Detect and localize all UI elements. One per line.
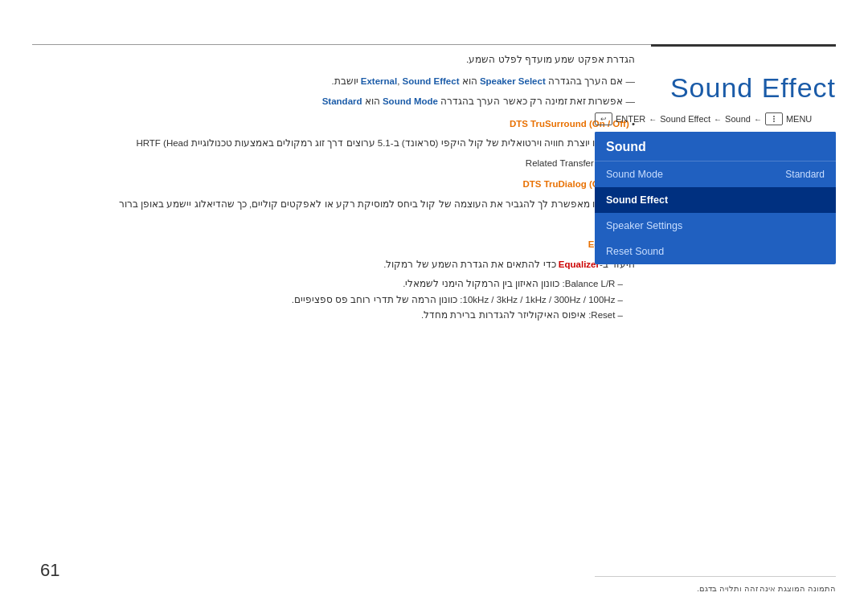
bottom-note: התמונה המוצגת אינה זהה ותלויה בדגם. (697, 584, 836, 593)
section2-line1: פונקציה זו מאפשרת לך להגביר את העוצמה של… (32, 197, 635, 211)
freq-bands: 10kHz / 3kHz / 1kHz / 300Hz / 100Hz (463, 295, 616, 304)
tv-panel: ↩ ENTER ← Sound Effect ← Sound ← MENU So… (595, 112, 836, 264)
top-line-left (32, 44, 651, 45)
enter-icon: ↩ (595, 112, 612, 125)
sound-mode-label: Sound Mode (606, 169, 663, 180)
menu-item-sound-mode[interactable]: Sound Mode Standard (595, 161, 836, 187)
section2-line2: יותר. (32, 216, 635, 231)
arrow1: ← (649, 115, 657, 124)
sound-effect-highlight1: Sound Effect (403, 76, 460, 86)
sound-mode-highlight: Sound Mode (383, 96, 438, 106)
arrow2: ← (714, 115, 722, 124)
menu-item-sound-effect[interactable]: Sound Effect (595, 187, 836, 213)
menu-item-reset-sound[interactable]: Reset Sound (595, 239, 836, 264)
line1: ― אם הערך בהגדרה Speaker Select הוא Exte… (32, 74, 635, 88)
section1-line2: (Related Transfer Function (32, 156, 635, 170)
sound-effect-label: Sound Effect (606, 194, 668, 206)
line2: ― אפשרות זאת זמינה רק כאשר הערך בהגדרה S… (32, 94, 635, 108)
main-description: הגדרת אפקט שמע מועדף לפלט השמע. (32, 52, 635, 67)
bc-item1: Sound Effect (660, 114, 710, 124)
speaker-select-highlight: Speaker Select (480, 76, 546, 86)
arrow3: ← (754, 115, 762, 124)
section3-title: • Equalizer (32, 237, 635, 251)
breadcrumb: ↩ ENTER ← Sound Effect ← Sound ← MENU (595, 112, 836, 125)
bc-menu-label: MENU (786, 114, 812, 124)
external-highlight: External (361, 76, 397, 86)
bottom-divider (595, 576, 836, 577)
sound-menu-title: Sound (595, 132, 836, 161)
section3-line1: היעזר ב-Equalizer כדי להתאים את הגדרת הש… (32, 257, 635, 272)
page-title: Sound Effect (670, 72, 836, 104)
equalizer-ref: Equalizer (559, 260, 600, 269)
bc-item2: Sound (725, 114, 751, 124)
section1-line1: פונקציה זו יוצרת חוויה וירטואלית של קול … (32, 136, 635, 150)
indent1: – Balance L/R: כוונון האיזון בין הרמקול … (32, 276, 623, 292)
indent3: – Reset: איפוס האיקוליזר להגדרות ברירת מ… (32, 308, 623, 324)
menu-item-speaker-settings[interactable]: Speaker Settings (595, 213, 836, 239)
section2-title: • (On / Off) DTS TruDialog (32, 177, 635, 191)
top-line-right (651, 44, 836, 47)
bc-enter-label: ENTER (616, 114, 645, 124)
indent2: – 10kHz / 3kHz / 1kHz / 300Hz / 100Hz: כ… (32, 292, 623, 309)
page-number: 61 (40, 560, 59, 581)
section1-title: • (On / Off) DTS TruSurround (32, 116, 635, 131)
speaker-settings-label: Speaker Settings (606, 220, 682, 231)
sound-menu: Sound Sound Mode Standard Sound Effect S… (595, 132, 836, 264)
reset-ref: Reset (591, 310, 615, 320)
menu-icon (765, 112, 783, 125)
sound-mode-value: Standard (785, 169, 825, 180)
standard-highlight: Standard (322, 96, 362, 106)
balance-lr: Balance L/R (565, 279, 616, 288)
reset-sound-label: Reset Sound (606, 246, 664, 257)
main-content: הגדרת אפקט שמע מועדף לפלט השמע. ― אם הער… (32, 52, 635, 324)
menu-dots (773, 116, 775, 122)
